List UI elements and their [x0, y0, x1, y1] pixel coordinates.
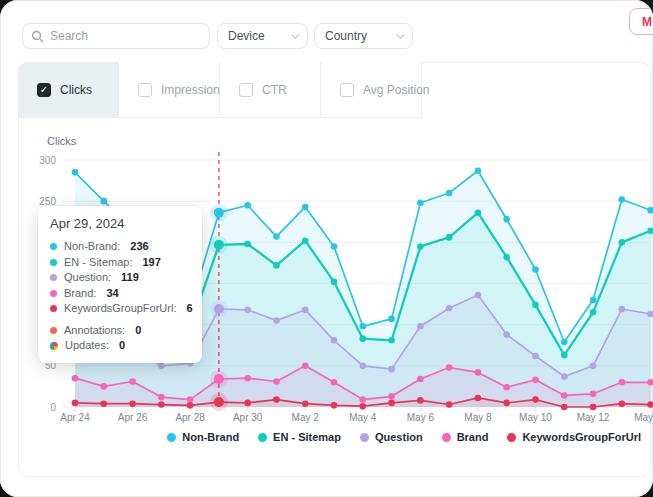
series-dot-icon [50, 259, 57, 266]
search-input[interactable] [50, 29, 201, 43]
tab-label: Avg Position [363, 83, 430, 97]
tooltip-row-label: EN - Sitemap: [64, 255, 132, 271]
legend-label: KeywordsGroupForUrl [522, 431, 641, 443]
series-dot-icon [50, 290, 57, 297]
legend-item-en-sitemap[interactable]: EN - Sitemap [258, 431, 341, 443]
annotation-dot [50, 327, 57, 334]
search-icon [31, 30, 44, 43]
legend-dot-icon [360, 433, 369, 442]
tab-label: Clicks [60, 83, 92, 97]
tab-label: Impressions [161, 83, 226, 97]
tooltip-row-value: 197 [142, 255, 160, 271]
tooltip-row-value: 34 [106, 286, 118, 302]
tooltip-row-label: KeywordsGroupForUrl: [64, 301, 176, 317]
tooltip-date: Apr 29, 2024 [50, 216, 190, 231]
app-window: Device Country M ✓ClicksImpressionsCTRAv… [0, 0, 653, 497]
chevron-down-icon [291, 30, 299, 38]
legend-item-brand[interactable]: Brand [442, 431, 489, 443]
series-dot-icon [50, 243, 57, 250]
tooltip-row: EN - Sitemap:197 [50, 255, 190, 271]
checkbox-unchecked-icon[interactable] [340, 83, 354, 97]
tooltip-row-label: Brand: [64, 286, 96, 302]
legend-dot-icon [442, 433, 451, 442]
search-box[interactable] [22, 23, 210, 49]
legend-dot-icon [167, 433, 176, 442]
tooltip-row-label: Question: [64, 270, 111, 286]
legend-dot-icon [258, 433, 267, 442]
legend-item-non-brand[interactable]: Non-Brand [167, 431, 239, 443]
legend-item-keywordsgroupforurl[interactable]: KeywordsGroupForUrl [507, 431, 641, 443]
series-dot-icon [50, 305, 57, 312]
tooltip-row-label: Non-Brand: [64, 239, 120, 255]
legend-label: EN - Sitemap [273, 431, 341, 443]
checkbox-unchecked-icon[interactable] [138, 83, 152, 97]
country-select-label: Country [325, 29, 367, 43]
tooltip-row: Annotations:0 [50, 323, 190, 339]
checkbox-checked-icon[interactable]: ✓ [37, 83, 51, 97]
series-dot-icon [50, 274, 57, 281]
tooltip-row-value: 6 [186, 301, 192, 317]
tooltip-row-value: 119 [121, 270, 139, 286]
device-select[interactable]: Device [217, 23, 308, 49]
tooltip-row: Question:119 [50, 270, 190, 286]
device-select-label: Device [228, 29, 265, 43]
tooltip-row: Non-Brand:236 [50, 239, 190, 255]
tooltip-row-value: 0 [135, 323, 141, 339]
tab-clicks[interactable]: ✓Clicks [18, 62, 119, 118]
country-select[interactable]: Country [314, 23, 413, 49]
tab-impressions[interactable]: Impressions [119, 62, 220, 118]
tooltip-row-label: Updates: [65, 338, 109, 354]
legend-label: Non-Brand [182, 431, 239, 443]
more-button[interactable]: M [629, 8, 653, 35]
chevron-down-icon [396, 30, 404, 38]
legend-label: Brand [457, 431, 489, 443]
chart-legend: Non-BrandEN - SitemapQuestionBrandKeywor… [167, 431, 641, 443]
checkbox-unchecked-icon[interactable] [239, 83, 253, 97]
legend-label: Question [375, 431, 423, 443]
legend-dot-icon [507, 433, 516, 442]
chart-title: Clicks [47, 135, 76, 147]
tab-label: CTR [262, 83, 287, 97]
tooltip-row: Brand:34 [50, 286, 190, 302]
chart-tooltip: Apr 29, 2024 Non-Brand:236EN - Sitemap:1… [38, 206, 202, 363]
tooltip-row: KeywordsGroupForUrl:6 [50, 301, 190, 317]
tooltip-row: Updates:0 [50, 338, 190, 354]
tab-avg-position[interactable]: Avg Position [321, 62, 422, 118]
legend-item-question[interactable]: Question [360, 431, 423, 443]
tab-ctr[interactable]: CTR [220, 62, 321, 118]
google-updates-icon [50, 342, 58, 350]
tooltip-row-value: 0 [119, 338, 125, 354]
metric-tabs: ✓ClicksImpressionsCTRAvg Position [18, 62, 422, 118]
tooltip-row-value: 236 [130, 239, 148, 255]
tooltip-row-label: Annotations: [64, 323, 125, 339]
